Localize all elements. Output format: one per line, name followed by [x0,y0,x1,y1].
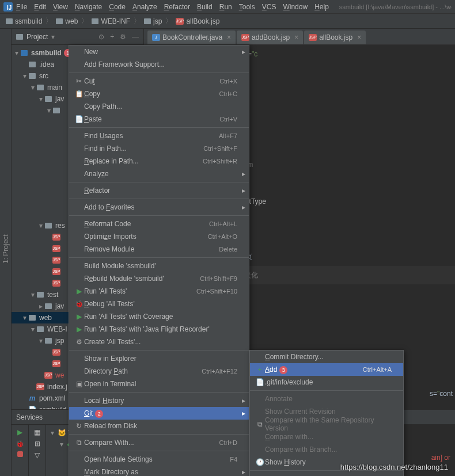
menu-item-show-in-explorer[interactable]: Show in Explorer [69,352,249,365]
menu-item-rollback: ↶Rollback...Ctrl+Alt+Z [250,473,403,476]
menu-item-compare-with[interactable]: ⧉Compare With...Ctrl+D [69,436,249,449]
menu-item-local-history[interactable]: Local History▸ [69,394,249,407]
project-header: Project ▾ ⊙ ÷ ⚙ — [12,29,143,45]
badge: 3 [279,366,287,374]
breadcrumb-item[interactable]: web [54,16,80,26]
menu-vcs[interactable]: VCS [259,2,280,12]
editor-tab[interactable]: JSPallBook.jsp× [304,31,366,44]
menu-edit[interactable]: Edit [31,2,50,12]
menu-tools[interactable]: Tools [236,2,259,12]
menu-item-open-in-terminal[interactable]: ▣Open in Terminal [69,378,249,390]
submenu-arrow-icon: ▸ [242,48,245,56]
menu-item-paste[interactable]: 📄PasteCtrl+V [69,113,249,125]
menu-run[interactable]: Run [216,2,236,12]
menu-item-remove-module[interactable]: Remove ModuleDelete [69,243,249,256]
menu-item-git-info-exclude[interactable]: 📄.git/info/exclude [250,376,403,389]
menu-item-run-all-tests-with-coverage[interactable]: ▶Run 'All Tests' with Coverage [69,310,249,323]
menu-build[interactable]: Build [194,2,216,12]
menu-item-add-to-favorites[interactable]: Add to Favorites▸ [69,201,249,214]
menu-help[interactable]: Help [311,2,332,12]
breadcrumb-item[interactable]: ssmbuild [3,16,44,26]
services-toolbar: ▶ 🐞 [12,425,29,476]
menu-item-debug-all-tests[interactable]: 🐞Debug 'All Tests' [69,298,249,310]
run-icon[interactable]: ▶ [17,428,22,436]
menu-view[interactable]: View [50,2,71,12]
menu-item-copy-path[interactable]: Copy Path... [69,100,249,113]
menu-item-find-usages[interactable]: Find UsagesAlt+F7 [69,130,249,142]
menu-icon: ✂ [74,77,84,85]
menu-item-reload-from-disk[interactable]: ↻Reload from Disk [69,420,249,432]
menu-analyze[interactable]: Analyze [129,2,161,12]
breadcrumb-item[interactable]: jsp [142,16,164,26]
menu-item-compare-with-branch: Compare with Branch... [250,443,403,456]
watermark: https://blog.csdn.net/zhanlong11 [340,463,448,471]
menu-icon: 🐞 [74,300,84,308]
menu-item-cut[interactable]: ✂CutCtrl+X [69,75,249,87]
menu-item-add-framework-support[interactable]: Add Framework Support... [69,58,249,71]
services-label[interactable]: Services [16,413,43,421]
menu-icon: ▣ [74,380,84,388]
close-icon[interactable]: × [294,33,298,41]
menu-item-new[interactable]: New▸ [69,45,249,58]
gear-icon[interactable]: ⚙ [120,33,126,41]
menu-item-add[interactable]: +Add3Ctrl+Alt+A [250,363,403,376]
grid-icon[interactable]: ▦ [34,428,40,436]
app-icon: IJ [3,2,13,12]
dropdown-icon[interactable]: ▾ [51,33,55,41]
menu-icon: ⧉ [74,439,84,447]
menu-item-find-in-path[interactable]: Find in Path...Ctrl+Shift+F [69,142,249,155]
stripe-project[interactable]: 1: Project [1,33,11,464]
project-label[interactable]: Project [26,33,48,41]
menubar: IJ FileEditViewNavigateCodeAnalyzeRefact… [0,0,455,14]
menu-item-compare-with: Compare with... [250,431,403,443]
tree-root[interactable]: ssmbuild [31,49,62,57]
menu-item-directory-path[interactable]: Directory PathCtrl+Alt+F12 [69,365,249,378]
tool-window-stripe-left: 1: Project 2: Favorites Web [0,29,12,476]
menu-icon: ↻ [74,422,84,430]
menu-item-run-all-tests[interactable]: ▶Run 'All Tests'Ctrl+Shift+F10 [69,285,249,298]
filter-icon[interactable]: ▽ [35,451,40,459]
expand-icon[interactable]: ÷ [110,33,114,41]
menu-icon: ▶ [74,287,84,295]
breadcrumb-item[interactable]: JSPallBook.jsp [173,16,222,26]
menu-item-compare-with-the-same-repository-version: ⧉Compare with the Same Repository Versio… [250,418,403,431]
stop-icon[interactable] [17,451,23,457]
menu-icon: ⧉ [255,420,265,428]
close-icon[interactable]: × [357,33,361,41]
stripe-favorites[interactable]: 2: Favorites [0,33,1,464]
menu-refactor[interactable]: Refactor [161,2,194,12]
menu-window[interactable]: Window [279,2,311,12]
menu-item-build-module-ssmbuild[interactable]: Build Module 'ssmbuild' [69,260,249,272]
debug-icon[interactable]: 🐞 [16,440,24,448]
menu-item-copy[interactable]: 📋CopyCtrl+C [69,87,249,100]
breadcrumb-item[interactable]: WEB-INF [89,16,132,26]
locate-icon[interactable]: ⊙ [98,33,104,41]
menu-item-rebuild-module-ssmbuild[interactable]: Rebuild Module 'ssmbuild'Ctrl+Shift+F9 [69,272,249,285]
menu-item-refactor[interactable]: Refactor▸ [69,184,249,197]
menu-item-commit-directory[interactable]: Commit Directory... [250,351,403,363]
editor-tab[interactable]: JBookController.java× [147,31,236,44]
menu-icon: 📄 [74,115,84,123]
menu-icon: 🕐 [255,458,265,466]
git-submenu[interactable]: Commit Directory...+Add3Ctrl+Alt+A📄.git/… [249,350,404,476]
menu-item-run-all-tests-with-java-flight-recorder[interactable]: ▶Run 'All Tests' with 'Java Flight Recor… [69,323,249,336]
breadcrumb: ssmbuild〉web〉WEB-INF〉jsp〉JSPallBook.jsp [0,14,455,29]
menu-item-optimize-imports[interactable]: Optimize ImportsCtrl+Alt+O [69,230,249,243]
editor-tab[interactable]: JSPaddBook.jsp× [237,31,303,44]
menu-item-reformat-code[interactable]: Reformat CodeCtrl+Alt+L [69,218,249,230]
context-menu[interactable]: New▸Add Framework Support...✂CutCtrl+X📋C… [69,45,249,476]
submenu-arrow-icon: ▸ [242,186,245,195]
menu-item-git[interactable]: Git2▸ [69,407,249,420]
hide-icon[interactable]: — [132,33,139,41]
menu-item-replace-in-path[interactable]: Replace in Path...Ctrl+Shift+R [69,155,249,167]
menu-item-open-module-settings[interactable]: Open Module SettingsF4 [69,453,249,466]
menu-item-create-all-tests[interactable]: ⚙Create 'All Tests'... [69,336,249,348]
menu-item-analyze[interactable]: Analyze▸ [69,167,249,180]
menu-icon: 📋 [74,90,84,98]
menu-file[interactable]: File [13,2,31,12]
menu-item-mark-directory-as[interactable]: Mark Directory as▸ [69,466,249,476]
tree-icon[interactable]: ⊞ [35,440,40,448]
menu-code[interactable]: Code [105,2,129,12]
close-icon[interactable]: × [227,33,231,41]
menu-navigate[interactable]: Navigate [71,2,105,12]
